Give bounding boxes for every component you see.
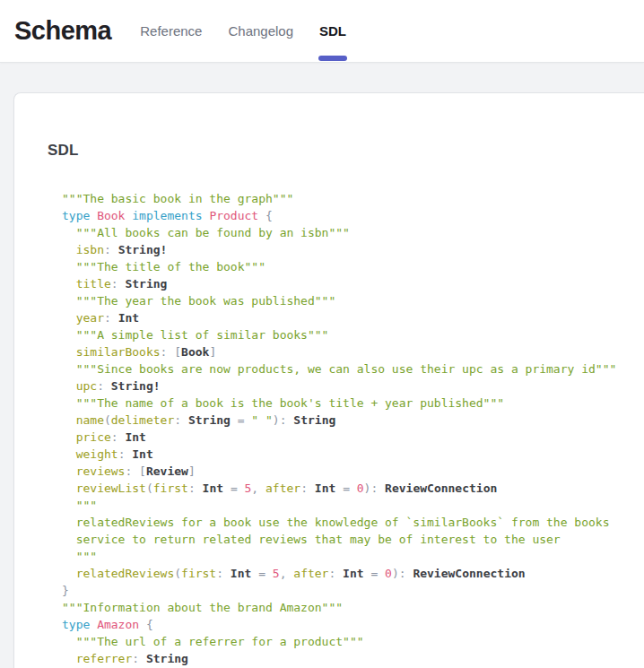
page-title: Schema <box>14 16 111 46</box>
sdl-code: """The basic book in the graph"""type Bo… <box>62 190 626 668</box>
tab-reference[interactable]: Reference <box>138 0 204 62</box>
sdl-card-title: SDL <box>48 142 626 160</box>
main-area: SDL """The basic book in the graph"""typ… <box>0 63 644 668</box>
tab-reference-label: Reference <box>140 23 202 39</box>
sdl-card: SDL """The basic book in the graph"""typ… <box>13 92 644 668</box>
page-header: Schema Reference Changelog SDL <box>0 0 644 63</box>
tab-changelog[interactable]: Changelog <box>226 0 295 62</box>
schema-tabs: Reference Changelog SDL <box>138 0 370 62</box>
tab-changelog-label: Changelog <box>228 23 293 39</box>
active-tab-underline <box>318 56 347 61</box>
tab-sdl-label: SDL <box>319 23 346 39</box>
tab-sdl[interactable]: SDL <box>318 0 348 62</box>
